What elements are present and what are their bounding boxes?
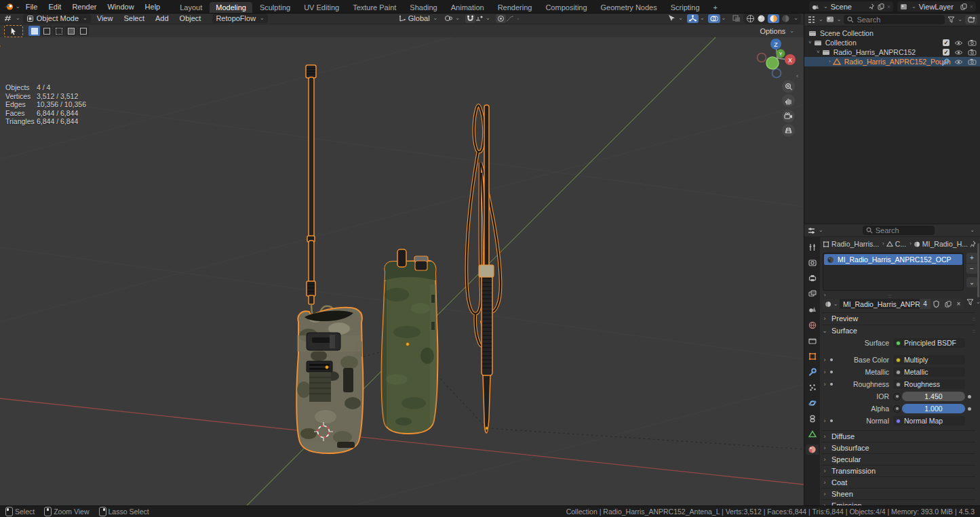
- tab-constraints[interactable]: [806, 413, 819, 423]
- visibility-dropdown[interactable]: ⌄: [667, 14, 683, 22]
- add-material-slot-button[interactable]: +: [966, 253, 977, 263]
- normal-input-button[interactable]: Normal Map: [893, 416, 965, 426]
- material-slot-selected[interactable]: MI_Radio_Harris_ANPRC152_OCP: [824, 254, 962, 265]
- pin-icon[interactable]: [869, 3, 875, 10]
- 3d-viewport[interactable]: Objects4 / 4 Vertices3,512 / 3,512 Edges…: [0, 37, 804, 505]
- panel-specular[interactable]: ›Specular: [821, 453, 975, 465]
- expand-input-arrow[interactable]: ›: [821, 356, 828, 363]
- alpha-decorator-dot[interactable]: [965, 407, 973, 411]
- new-collection-button[interactable]: [965, 15, 977, 24]
- alpha-slider[interactable]: 1.000: [902, 404, 965, 413]
- menu-object[interactable]: Object: [175, 14, 206, 22]
- outliner-filter-dropdown[interactable]: ⌄: [947, 16, 962, 23]
- outliner-row-scene-collection[interactable]: Scene Collection: [804, 28, 980, 38]
- outliner-row-radio-collection[interactable]: ˅ Radio_Harris_ANPRC152 ✓: [804, 47, 980, 57]
- tab-uv-editing[interactable]: UV Editing: [298, 2, 345, 13]
- tab-collection[interactable]: [806, 335, 819, 346]
- expand-input-arrow[interactable]: ›: [821, 381, 828, 388]
- panel-diffuse[interactable]: ›Diffuse: [821, 430, 975, 442]
- material-users-count[interactable]: 4: [920, 299, 930, 309]
- shading-dropdown[interactable]: ⌄: [793, 16, 798, 21]
- radio-mesh[interactable]: [380, 249, 437, 434]
- input-link-dot[interactable]: [828, 383, 835, 386]
- tab-compositing[interactable]: Compositing: [539, 2, 593, 13]
- tab-modifiers[interactable]: [806, 367, 819, 377]
- outliner-editor-type-dropdown[interactable]: ⌄: [807, 16, 823, 24]
- expand-arrow[interactable]: ˅: [817, 49, 820, 55]
- ior-decorator-dot[interactable]: [965, 395, 973, 398]
- browse-material-button[interactable]: ⌄: [823, 299, 840, 309]
- navigation-gizmo[interactable]: Y Z X: [751, 37, 803, 87]
- tab-shading[interactable]: Shading: [404, 2, 443, 13]
- tab-tool[interactable]: [806, 242, 819, 252]
- fake-user-shield-button[interactable]: [930, 299, 942, 309]
- overlays-dropdown[interactable]: ⌄: [722, 16, 726, 21]
- tab-material[interactable]: [806, 444, 819, 455]
- tab-rendering[interactable]: Rendering: [492, 2, 538, 13]
- shading-material-button[interactable]: [768, 14, 779, 23]
- tab-sculpting[interactable]: Sculpting: [254, 2, 296, 13]
- select-mode-intersect[interactable]: [77, 26, 89, 36]
- camera-view-button[interactable]: [782, 110, 795, 123]
- panel-surface[interactable]: ⌄Surface::::: [821, 325, 975, 336]
- hide-eye-icon[interactable]: [954, 40, 963, 46]
- copy-view-layer-icon[interactable]: [960, 3, 967, 10]
- menu-view[interactable]: View: [92, 14, 118, 22]
- pan-view-button[interactable]: [782, 94, 795, 107]
- gizmo-neg-y[interactable]: [766, 57, 779, 69]
- view-layer-selector[interactable]: ⌄ ViewLayer ×: [897, 1, 976, 12]
- collection-checkbox[interactable]: ✓: [943, 49, 949, 56]
- alpha-socket-button[interactable]: [893, 405, 901, 413]
- expand-arrow[interactable]: ›: [829, 59, 831, 64]
- new-material-copy-button[interactable]: [942, 299, 954, 309]
- editor-type-dropdown[interactable]: ⌄: [3, 14, 22, 22]
- hide-eye-icon[interactable]: [954, 59, 963, 65]
- hide-eye-icon[interactable]: [954, 49, 963, 56]
- panel-transmission[interactable]: ›Transmission: [821, 465, 975, 476]
- gizmos-toggle[interactable]: [687, 14, 699, 23]
- tab-geometry-nodes[interactable]: Geometry Nodes: [595, 2, 663, 13]
- input-link-dot[interactable]: [828, 371, 835, 373]
- panel-subsurface[interactable]: ›Subsurface: [821, 442, 975, 453]
- tab-output[interactable]: [806, 273, 819, 283]
- surface-shader-button[interactable]: Principled BSDF: [893, 338, 965, 348]
- unlink-material-button[interactable]: ×: [954, 299, 964, 309]
- pin-id-icon[interactable]: [970, 241, 977, 248]
- antenna-right-mesh[interactable]: [467, 105, 501, 433]
- properties-options-dropdown[interactable]: ⌄: [970, 228, 975, 233]
- remove-material-slot-button[interactable]: −: [966, 264, 977, 274]
- ior-slider[interactable]: 1.450: [902, 392, 965, 401]
- scene-selector[interactable]: ⌄ Scene ×: [809, 1, 893, 12]
- tab-scripting[interactable]: Scripting: [665, 2, 706, 13]
- tab-view-layer[interactable]: [806, 289, 819, 299]
- menu-file[interactable]: File: [20, 3, 43, 11]
- select-mode-extend[interactable]: [41, 26, 52, 36]
- tab-scene[interactable]: [806, 304, 819, 314]
- metallic-input-button[interactable]: Metallic: [893, 367, 965, 377]
- retopoflow-menu[interactable]: RetopoFlow ⌄: [212, 14, 267, 23]
- outliner-search-input[interactable]: Search: [844, 15, 945, 24]
- breadcrumb-object[interactable]: Radio_Harris...: [831, 240, 879, 248]
- pivot-point-dropdown[interactable]: ⌄: [444, 14, 460, 22]
- orthographic-toggle-button[interactable]: [782, 124, 795, 137]
- shading-rendered-button[interactable]: [781, 14, 790, 23]
- panel-coat[interactable]: ›Coat: [821, 476, 975, 488]
- shading-wireframe-button[interactable]: [746, 14, 755, 23]
- select-mode-invert[interactable]: [65, 26, 77, 36]
- collection-checkbox[interactable]: ✓: [943, 39, 949, 46]
- tab-modeling[interactable]: Modeling: [210, 2, 252, 13]
- material-name-field[interactable]: MI_Radio_Harris_ANPRC152...: [840, 299, 920, 309]
- disable-render-camera-icon[interactable]: [968, 39, 977, 46]
- breadcrumb-mesh[interactable]: C...: [895, 240, 906, 248]
- shading-solid-button[interactable]: [757, 14, 766, 23]
- gizmo-neg-x[interactable]: [758, 54, 766, 62]
- select-mode-set[interactable]: [28, 26, 40, 36]
- select-mode-subtract[interactable]: [53, 26, 64, 36]
- tab-render[interactable]: [806, 257, 819, 268]
- add-workspace-button[interactable]: +: [707, 2, 724, 13]
- tab-object[interactable]: [806, 351, 819, 361]
- input-link-dot[interactable]: [828, 358, 835, 361]
- expand-arrow[interactable]: ˅: [808, 40, 812, 45]
- xray-toggle[interactable]: [732, 15, 741, 22]
- gizmo-neg-z[interactable]: [772, 69, 781, 78]
